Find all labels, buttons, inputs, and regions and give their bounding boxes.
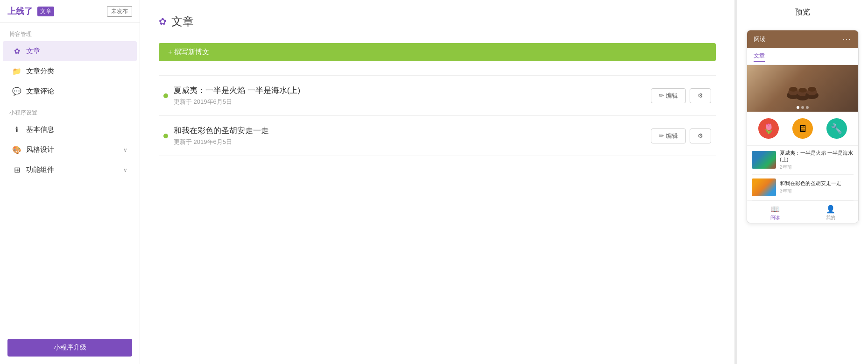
settings-button[interactable]: ⚙ [690,88,711,103]
edit-button[interactable]: ✏ 编辑 [651,128,686,143]
sidebar-bottom: 小程序升级 [0,331,140,364]
upgrade-button[interactable]: 小程序升级 [7,339,132,357]
phone-article-list: 夏威夷：一半是火焰 一半是海水(上) 2年前 和我在彩色的圣胡安走一走 3年前 [747,146,858,200]
phone-icon-flower: 🌷 [758,118,779,139]
list-item: 夏威夷：一半是火焰 一半是海水(上) 2年前 [752,146,854,175]
phone-top-bar: 阅读 ··· [747,30,858,48]
sidebar-item-style-design[interactable]: 🎨 风格设计 ∨ [3,140,137,160]
gear-icon: ⚙ [698,92,703,99]
svg-point-2 [789,87,797,92]
article-actions: ✏ 编辑 ⚙ [651,128,711,143]
phone-article-time: 3年前 [780,188,854,194]
food-svg [784,74,821,102]
settings-button[interactable]: ⚙ [690,128,711,143]
main-content: ✿ 文章 + 撰写新博文 夏威夷：一半是火焰 一半是海水(上) 更新于 2019… [140,0,734,364]
article-icon: ✿ [12,47,21,56]
sidebar-item-components[interactable]: ⊞ 功能组件 ∨ [3,160,137,180]
preview-panel: 预览 阅读 ··· 文章 [737,0,868,364]
edit-button[interactable]: ✏ 编辑 [651,88,686,103]
chevron-down-icon: ∨ [123,147,127,153]
new-post-button[interactable]: + 撰写新博文 [159,43,716,61]
sidebar-item-articles[interactable]: ✿ 文章 [3,41,137,61]
article-info: 和我在彩色的圣胡安走一走 更新于 2019年6月5日 [174,125,645,146]
phone-mockup: 阅读 ··· 文章 [747,30,859,223]
article-actions: ✏ 编辑 ⚙ [651,88,711,103]
phone-article-title: 夏威夷：一半是火焰 一半是海水(上) [780,150,854,163]
phone-article-info: 夏威夷：一半是火焰 一半是海水(上) 2年前 [780,150,854,171]
comments-icon: 💬 [12,87,21,96]
article-thumbnail [752,151,776,169]
style-icon: 🎨 [12,145,21,154]
mini-section-label: 小程序设置 [0,101,140,120]
page-header-icon: ✿ [159,16,167,27]
phone-article-info: 和我在彩色的圣胡安走一走 3年前 [780,180,854,194]
sidebar-item-label: 风格设计 [26,145,119,154]
gear-icon: ⚙ [698,132,703,139]
page-title: 文章 [171,14,194,29]
sidebar-item-label: 文章评论 [26,87,127,96]
phone-nav-read[interactable]: 📖 阅读 [747,205,803,221]
sidebar-item-categories[interactable]: 📁 文章分类 [3,61,137,81]
info-icon: ℹ [12,125,21,134]
sidebar-item-basic-info[interactable]: ℹ 基本信息 [3,120,137,140]
banner-dot [797,106,799,109]
svg-point-8 [808,87,816,92]
sidebar-header: 上线了 文章 未发布 [0,0,140,23]
article-list: 夏威夷：一半是火焰 一半是海水(上) 更新于 2019年6月5日 ✏ 编辑 ⚙ … [159,75,716,156]
sidebar-item-label: 基本信息 [26,125,127,134]
read-icon: 📖 [770,205,780,214]
status-dot [163,134,168,138]
sidebar-item-label: 文章 [26,47,127,56]
phone-banner-dots [797,106,809,109]
article-title: 和我在彩色的圣胡安走一走 [174,125,645,136]
brand-title: 上线了 [7,6,33,17]
phone-bottom-nav: 📖 阅读 👤 我的 [747,200,858,223]
edit-icon: ✏ [659,132,664,139]
phone-icon-wrench: 🔧 [826,118,847,139]
chevron-down-icon: ∨ [123,167,127,173]
page-header: ✿ 文章 [159,14,716,29]
phone-icons-row: 🌷 🖥 🔧 [747,112,858,146]
sidebar: 上线了 文章 未发布 博客管理 ✿ 文章 📁 文章分类 💬 文章评论 小程序设置… [0,0,140,364]
sidebar-item-label: 功能组件 [26,165,119,174]
brand-tag: 文章 [37,7,54,16]
unpublished-badge: 未发布 [107,6,132,17]
list-item: 和我在彩色的圣胡安走一走 3年前 [752,175,854,200]
article-title: 夏威夷：一半是火焰 一半是海水(上) [174,85,645,96]
edit-icon: ✏ [659,92,664,99]
sidebar-item-comments[interactable]: 💬 文章评论 [3,81,137,101]
phone-nav-mine[interactable]: 👤 我的 [803,205,858,221]
svg-point-5 [798,88,807,93]
sidebar-item-label: 文章分类 [26,67,127,76]
phone-nav-mine-label: 我的 [826,214,835,221]
article-date: 更新于 2019年6月5日 [174,98,645,106]
article-info: 夏威夷：一半是火焰 一半是海水(上) 更新于 2019年6月5日 [174,85,645,106]
categories-icon: 📁 [12,67,21,76]
phone-top-title: 阅读 [754,35,766,43]
phone-tab-bar: 文章 [747,48,858,65]
banner-dot [801,106,804,109]
phone-top-dots: ··· [843,35,852,43]
article-thumbnail [752,178,776,196]
article-date: 更新于 2019年6月5日 [174,138,645,146]
table-row: 和我在彩色的圣胡安走一走 更新于 2019年6月5日 ✏ 编辑 ⚙ [159,116,716,156]
phone-article-title: 和我在彩色的圣胡安走一走 [780,180,854,186]
phone-banner-inner [747,65,858,112]
preview-header: 预览 [737,0,868,25]
blog-section-label: 博客管理 [0,23,140,41]
status-dot [163,93,168,98]
phone-icon-monitor: 🖥 [792,118,813,139]
edit-label: 编辑 [666,92,678,100]
phone-nav-read-label: 阅读 [770,214,780,221]
phone-article-time: 2年前 [780,164,854,171]
edit-label: 编辑 [666,132,678,140]
phone-banner [747,65,858,112]
mine-icon: 👤 [826,205,835,214]
table-row: 夏威夷：一半是火焰 一半是海水(上) 更新于 2019年6月5日 ✏ 编辑 ⚙ [159,76,716,116]
components-icon: ⊞ [12,165,21,174]
phone-tab-label: 文章 [754,52,765,62]
banner-dot [806,106,809,109]
